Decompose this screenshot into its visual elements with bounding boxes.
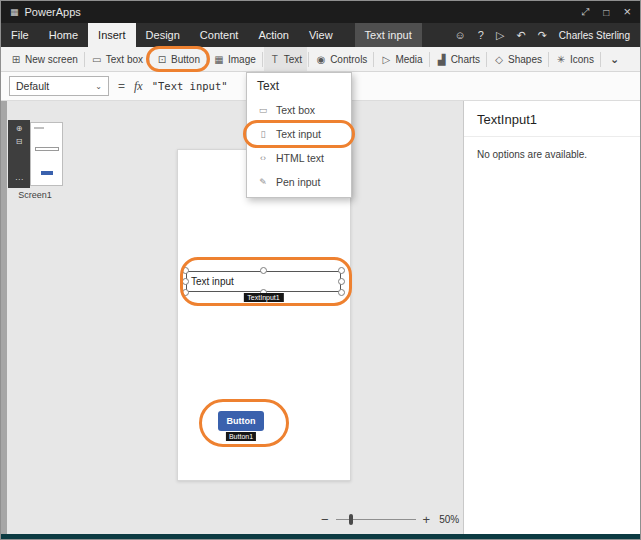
menubar: File Home Insert Design Content Action V… [1, 23, 640, 47]
left-rail [1, 101, 7, 534]
feedback-smiley-icon[interactable]: ☺ [455, 29, 466, 41]
menu-item-pen-input[interactable]: ✎ Pen input [247, 170, 351, 194]
ribbon-label-button: Button [171, 54, 200, 65]
bottom-accent-bar [1, 534, 640, 540]
button-control[interactable]: Button [218, 411, 264, 431]
selection-handle[interactable] [182, 267, 189, 274]
screen-more-icon[interactable]: ⋯ [15, 175, 23, 184]
undo-icon[interactable]: ↶ [516, 29, 525, 42]
play-preview-icon[interactable]: ▷ [496, 29, 504, 42]
property-dropdown[interactable]: Default ⌄ [9, 76, 109, 96]
charts-icon: ▟ [436, 54, 448, 65]
screen-duplicate-icon[interactable]: ⊟ [16, 137, 23, 146]
menu-item-label: Text box [276, 104, 315, 116]
options-panel-title: TextInput1 [464, 101, 641, 137]
ribbon-divider [548, 52, 549, 67]
ribbon-button-icons[interactable]: ✳ Icons [550, 47, 599, 71]
button-control-icon: ⊡ [156, 54, 168, 65]
selection-handle[interactable] [338, 278, 345, 285]
new-screen-icon: ⊞ [10, 54, 22, 65]
text-input-icon: ▯ [257, 129, 269, 139]
ribbon-button-new-screen[interactable]: ⊞ New screen [5, 47, 83, 71]
ribbon-button-charts[interactable]: ▟ Charts [431, 47, 485, 71]
textinput-name-badge: TextInput1 [243, 293, 283, 302]
button-control-wrap: Button Button1 [218, 411, 264, 431]
screen-name-label: Screen1 [1, 190, 69, 200]
equals-sign: = [118, 79, 125, 93]
design-canvas[interactable] [177, 149, 351, 481]
selection-handle[interactable] [338, 267, 345, 274]
fullscreen-icon[interactable]: ⤢ [581, 6, 589, 18]
ribbon-divider [429, 52, 430, 67]
ribbon-label-charts: Charts [451, 54, 480, 65]
tab-view[interactable]: View [299, 23, 343, 47]
menu-item-text-box[interactable]: ▭ Text box [247, 98, 351, 122]
ribbon-button-shapes[interactable]: ◇ Shapes [488, 47, 547, 71]
formula-input[interactable]: "Text input" [152, 80, 228, 92]
tab-file[interactable]: File [1, 23, 39, 47]
selection-handle[interactable] [260, 267, 267, 274]
tab-content[interactable]: Content [190, 23, 249, 47]
zoom-bar: − + 50% [321, 512, 459, 527]
tab-home[interactable]: Home [39, 23, 88, 47]
help-icon[interactable]: ? [478, 29, 484, 41]
screen-thumbnail-toolbar: ⊕ ⊟ ⋯ [8, 120, 30, 188]
zoom-slider[interactable] [336, 519, 416, 520]
ribbon-label-media: Media [395, 54, 422, 65]
titlebar: ▦ PowerApps ⤢ □ × [1, 1, 640, 23]
close-icon[interactable]: × [623, 7, 631, 17]
shapes-icon: ◇ [493, 54, 505, 65]
menu-item-label: Text input [276, 128, 321, 140]
menu-item-text-input[interactable]: ▯ Text input [247, 122, 351, 146]
screen-thumbnail[interactable] [30, 122, 63, 186]
tab-action[interactable]: Action [248, 23, 299, 47]
ribbon-label-icons: Icons [570, 54, 594, 65]
zoom-slider-thumb[interactable] [349, 514, 353, 525]
menu-item-label: Pen input [276, 176, 320, 188]
ribbon-label-image: Image [228, 54, 256, 65]
image-icon: ▦ [213, 54, 225, 65]
redo-icon[interactable]: ↷ [538, 29, 547, 42]
zoom-level-label: 50% [439, 514, 459, 525]
ribbon-divider [600, 52, 601, 67]
ribbon-label-shapes: Shapes [508, 54, 542, 65]
screen-add-icon[interactable]: ⊕ [16, 124, 23, 133]
selection-handle[interactable] [182, 278, 189, 285]
app-title: PowerApps [25, 6, 81, 18]
thumbnail-content-mark [34, 127, 44, 129]
zoom-out-button[interactable]: − [321, 512, 329, 527]
ribbon-button-media[interactable]: ▷ Media [375, 47, 427, 71]
selection-handle[interactable] [182, 289, 189, 296]
zoom-in-button[interactable]: + [423, 512, 431, 527]
powerapps-window: ▦ PowerApps ⤢ □ × File Home Insert Desig… [0, 0, 641, 540]
ribbon-label-text-box: Text box [106, 54, 143, 65]
icons-gallery-icon: ✳ [555, 54, 567, 65]
tab-design[interactable]: Design [136, 23, 190, 47]
options-panel: TextInput1 No options are available. [463, 101, 641, 534]
maximize-icon[interactable]: □ [603, 7, 609, 18]
ribbon-label-controls: Controls [330, 54, 367, 65]
ribbon-label-text: Text [284, 54, 302, 65]
controls-icon: ◉ [315, 54, 327, 65]
button-name-badge: Button1 [226, 432, 256, 441]
tab-text-input[interactable]: Text input [355, 23, 422, 47]
ribbon-button-image[interactable]: ▦ Image [208, 47, 261, 71]
property-dropdown-value: Default [16, 80, 49, 92]
thumbnail-textinput-mark [35, 147, 59, 151]
menu-item-html-text[interactable]: ‹› HTML text [247, 146, 351, 170]
ribbon-divider [373, 52, 374, 67]
user-account[interactable]: Charles Sterling [559, 30, 630, 41]
selection-handle[interactable] [338, 289, 345, 296]
chevron-down-icon: ⌄ [95, 82, 102, 91]
ribbon-more-chevron-icon[interactable]: ⌄ [602, 53, 627, 66]
text-dropdown-menu: Text ▭ Text box ▯ Text input ‹› HTML tex… [246, 72, 352, 198]
ribbon-button-text-box[interactable]: ▭ Text box [86, 47, 148, 71]
fx-icon: fx [134, 79, 143, 94]
options-panel-message: No options are available. [464, 137, 641, 172]
pen-input-icon: ✎ [257, 177, 269, 187]
ribbon-button-button[interactable]: ⊡ Button [151, 47, 205, 71]
ribbon-button-controls[interactable]: ◉ Controls [310, 47, 372, 71]
tab-insert[interactable]: Insert [88, 23, 136, 47]
ribbon-button-text[interactable]: T Text [264, 47, 307, 71]
ribbon-divider [149, 52, 150, 67]
